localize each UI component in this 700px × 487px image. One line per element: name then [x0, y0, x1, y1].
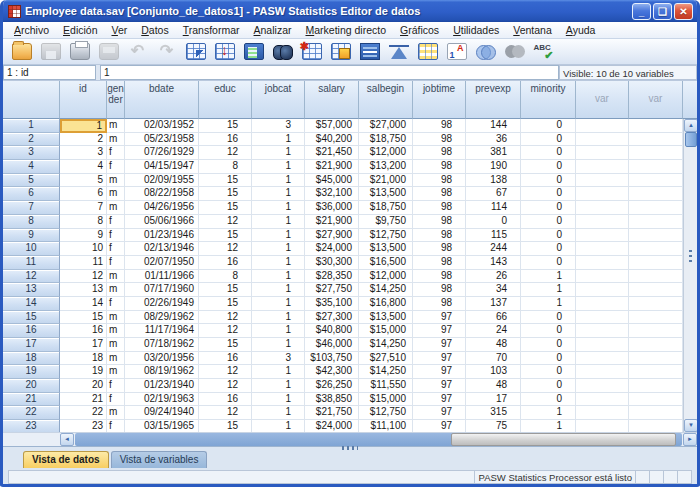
cell-bdate[interactable]: 02/13/1946 [125, 242, 199, 256]
cell-jobcat[interactable]: 1 [252, 242, 305, 256]
horizontal-scrollbar-track[interactable] [75, 433, 682, 446]
cell-salary[interactable]: $45,000 [305, 174, 359, 188]
cell-prevexp[interactable]: 24 [466, 324, 521, 338]
cell-minority[interactable]: 0 [521, 133, 576, 147]
cell-id[interactable]: 13 [60, 283, 107, 297]
cell-bdate[interactable]: 04/26/1956 [125, 201, 199, 215]
cell-jobtime[interactable]: 98 [413, 119, 466, 133]
cell-jobcat[interactable]: 1 [252, 229, 305, 243]
cell-salary[interactable]: $40,200 [305, 133, 359, 147]
row-number[interactable]: 13 [3, 283, 60, 297]
cell-jobcat[interactable]: 1 [252, 406, 305, 420]
cell-var-2[interactable] [629, 242, 683, 256]
cell-gender[interactable]: m [107, 133, 125, 147]
cell-jobtime[interactable]: 98 [413, 297, 466, 311]
cell-gender[interactable]: f [107, 160, 125, 174]
cell-jobcat[interactable]: 1 [252, 133, 305, 147]
cell-salary[interactable]: $30,300 [305, 256, 359, 270]
horizontal-scrollbar-thumb[interactable] [451, 433, 676, 446]
cell-var-1[interactable] [576, 406, 629, 420]
cell-salary[interactable]: $40,800 [305, 324, 359, 338]
cell-salbegin[interactable]: $14,250 [359, 283, 413, 297]
menu-item[interactable]: Marketing directo [298, 23, 393, 38]
cell-id[interactable]: 4 [60, 160, 107, 174]
row-number[interactable]: 20 [3, 379, 60, 393]
cell-educ[interactable]: 16 [199, 256, 252, 270]
cell-prevexp[interactable]: 115 [466, 229, 521, 243]
save-button[interactable] [37, 40, 64, 63]
cell-jobtime[interactable]: 98 [413, 256, 466, 270]
cell-var-1[interactable] [576, 160, 629, 174]
menu-item[interactable]: Ventana [506, 23, 559, 38]
cell-jobcat[interactable]: 1 [252, 420, 305, 432]
cell-jobtime[interactable]: 98 [413, 133, 466, 147]
cell-salary[interactable]: $27,900 [305, 229, 359, 243]
row-number[interactable]: 5 [3, 174, 60, 188]
cell-prevexp[interactable]: 137 [466, 297, 521, 311]
cell-gender[interactable]: f [107, 393, 125, 407]
cell-minority[interactable]: 1 [521, 420, 576, 432]
cell-educ[interactable]: 12 [199, 146, 252, 160]
cell-var-1[interactable] [576, 174, 629, 188]
cell-jobcat[interactable]: 1 [252, 270, 305, 284]
cell-salbegin[interactable]: $9,750 [359, 215, 413, 229]
pane-splitter-dots[interactable] [689, 250, 692, 262]
cell-educ[interactable]: 16 [199, 393, 252, 407]
cell-jobtime[interactable]: 98 [413, 283, 466, 297]
cell-var-1[interactable] [576, 146, 629, 160]
cell-gender[interactable]: f [107, 379, 125, 393]
cell-minority[interactable]: 0 [521, 352, 576, 366]
cell-var-2[interactable] [629, 174, 683, 188]
recall-dialogs-button[interactable] [95, 40, 122, 63]
cell-id[interactable]: 23 [60, 420, 107, 432]
cell-salbegin[interactable]: $21,000 [359, 174, 413, 188]
cell-educ[interactable]: 15 [199, 283, 252, 297]
cell-salary[interactable]: $42,300 [305, 365, 359, 379]
row-number[interactable]: 2 [3, 133, 60, 147]
cell-prevexp[interactable]: 114 [466, 201, 521, 215]
cell-salary[interactable]: $21,450 [305, 146, 359, 160]
cell-jobcat[interactable]: 1 [252, 160, 305, 174]
cell-salbegin[interactable]: $12,750 [359, 406, 413, 420]
use-variable-sets-button[interactable] [472, 40, 499, 63]
cell-bdate[interactable]: 02/09/1955 [125, 174, 199, 188]
cell-var-2[interactable] [629, 406, 683, 420]
cell-minority[interactable]: 0 [521, 311, 576, 325]
cell-jobtime[interactable]: 97 [413, 352, 466, 366]
row-number[interactable]: 1 [3, 119, 60, 133]
cell-id[interactable]: 9 [60, 229, 107, 243]
scroll-left-arrow-icon[interactable]: ◄ [60, 433, 74, 446]
cell-salary[interactable]: $38,850 [305, 393, 359, 407]
cell-educ[interactable]: 15 [199, 420, 252, 432]
cell-id[interactable]: 15 [60, 311, 107, 325]
close-button[interactable]: ✕ [674, 3, 693, 20]
cell-minority[interactable]: 1 [521, 283, 576, 297]
cell-bdate[interactable]: 01/23/1946 [125, 229, 199, 243]
scroll-down-arrow-icon[interactable]: ▼ [684, 419, 697, 432]
cell-gender[interactable]: f [107, 215, 125, 229]
cell-id[interactable]: 17 [60, 338, 107, 352]
cell-var-1[interactable] [576, 283, 629, 297]
cell-var-1[interactable] [576, 379, 629, 393]
cell-jobtime[interactable]: 98 [413, 174, 466, 188]
minimize-button[interactable]: _ [632, 3, 651, 20]
menu-item[interactable]: Edición [56, 23, 104, 38]
pane-splitter-grip[interactable] [342, 446, 358, 450]
cell-salary[interactable]: $57,000 [305, 119, 359, 133]
column-header-educ[interactable]: educ [199, 81, 252, 119]
cell-salbegin[interactable]: $18,750 [359, 201, 413, 215]
cell-minority[interactable]: 0 [521, 119, 576, 133]
weight-cases-button[interactable] [385, 40, 412, 63]
cell-jobtime[interactable]: 98 [413, 146, 466, 160]
column-header-var-2[interactable]: var [629, 81, 683, 119]
cell-jobtime[interactable]: 98 [413, 187, 466, 201]
cell-id[interactable]: 3 [60, 146, 107, 160]
cell-minority[interactable]: 0 [521, 256, 576, 270]
cell-salbegin[interactable]: $14,250 [359, 338, 413, 352]
cell-educ[interactable]: 15 [199, 187, 252, 201]
cell-minority[interactable]: 0 [521, 338, 576, 352]
cell-id[interactable]: 16 [60, 324, 107, 338]
cell-gender[interactable]: f [107, 146, 125, 160]
cell-id[interactable]: 21 [60, 393, 107, 407]
cell-prevexp[interactable]: 67 [466, 187, 521, 201]
